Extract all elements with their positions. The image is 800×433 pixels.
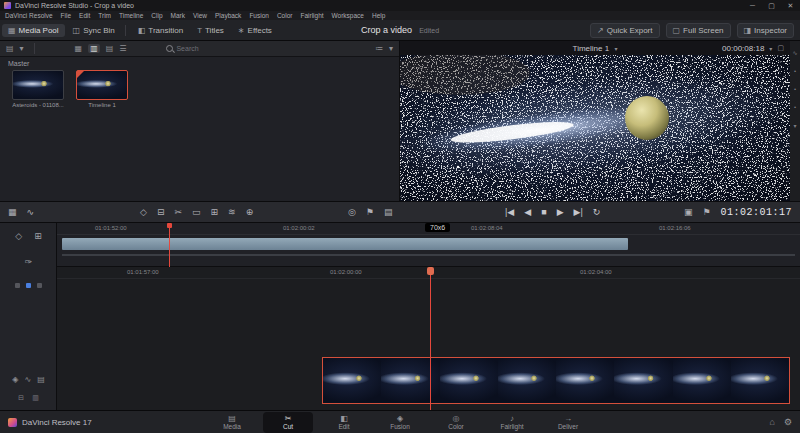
range-tool-icon[interactable]: ⊞: [34, 231, 42, 241]
divider: [125, 25, 126, 36]
tab-media[interactable]: ▤ Media: [207, 412, 257, 433]
effects-button[interactable]: ∗ Effects: [232, 24, 278, 37]
menu-item-file[interactable]: File: [61, 12, 71, 19]
search-box[interactable]: Search: [166, 45, 198, 52]
strip-dot-icon[interactable]: •: [794, 86, 796, 92]
project-manager-icon[interactable]: ⌂: [769, 417, 774, 427]
marker-icon[interactable]: ⚑: [366, 207, 374, 217]
audio-monitor-icon[interactable]: ∿: [792, 49, 797, 56]
timeline-playhead[interactable]: [430, 267, 431, 410]
resolve-logo-icon: [8, 418, 17, 427]
mute-icon[interactable]: ∿: [24, 375, 31, 384]
strip-view-icon[interactable]: ▤: [106, 44, 114, 53]
track-option-icon[interactable]: ▥: [32, 394, 39, 402]
tab-fairlight[interactable]: ♪ Fairlight: [487, 412, 537, 433]
menu-item-help[interactable]: Help: [372, 12, 385, 19]
bin-film-icon[interactable]: ▤: [6, 44, 14, 53]
media-pool-toggle-icon[interactable]: ▦: [8, 207, 17, 217]
menu-item-clip[interactable]: Clip: [151, 12, 162, 19]
media-clip-asteroids[interactable]: Asteroids - 01108...: [12, 70, 64, 108]
ripple-tool-icon[interactable]: ▭: [192, 207, 201, 217]
timeline-main[interactable]: 01:01:57:00 01:02:00:00 01:02:04:00: [57, 267, 800, 410]
track-color-swatch[interactable]: [37, 283, 42, 288]
select-tool-icon[interactable]: ◇: [140, 207, 147, 217]
strip-dot-icon[interactable]: •: [794, 104, 796, 110]
next-clip-icon[interactable]: ▶|: [574, 207, 583, 217]
tab-edit[interactable]: ◧ Edit: [319, 412, 369, 433]
fusion-page-icon: ◈: [397, 414, 403, 423]
lock-icon[interactable]: ◈: [12, 375, 18, 384]
sort-icon[interactable]: ≔: [375, 44, 383, 53]
step-back-icon[interactable]: ◀: [524, 207, 531, 217]
timeline-clip-selected[interactable]: [322, 357, 790, 404]
pointer-tool-icon[interactable]: ◇: [15, 231, 22, 241]
tab-fusion[interactable]: ◈ Fusion: [375, 412, 425, 433]
menu-item-view[interactable]: View: [193, 12, 207, 19]
menu-item-color[interactable]: Color: [277, 12, 293, 19]
menu-item-timeline[interactable]: Timeline: [119, 12, 143, 19]
tool-row-1: ◇ ⊞: [0, 231, 57, 241]
timeline-selector[interactable]: Timeline 1 ▾: [400, 44, 790, 53]
quick-export-button[interactable]: ↗ Quick Export: [590, 23, 660, 38]
transition-button[interactable]: ◧ Transition: [132, 24, 189, 37]
insert-tool-icon[interactable]: ⊕: [246, 207, 254, 217]
track-color-swatch-active[interactable]: [26, 283, 31, 288]
settings-gear-icon[interactable]: ⚙: [784, 417, 792, 427]
stop-icon[interactable]: ■: [541, 207, 546, 217]
inspector-button[interactable]: ◨ Inspector: [737, 23, 794, 38]
tab-color[interactable]: ◎ Color: [431, 412, 481, 433]
loop-icon[interactable]: ↻: [593, 207, 601, 217]
razor-tool-icon[interactable]: ✂: [174, 207, 182, 217]
camera-icon[interactable]: ▣: [684, 207, 693, 217]
track-view-icon[interactable]: ▤: [384, 207, 393, 217]
chevron-down-icon[interactable]: ▾: [20, 44, 24, 53]
menu-item-workspace[interactable]: Workspace: [332, 12, 364, 19]
clip-frame-thumbnail: [614, 358, 672, 403]
track-option-icon[interactable]: ⊟: [18, 394, 24, 402]
thumbnail-view-icon[interactable]: ▥: [88, 44, 100, 53]
monitor-icon[interactable]: ◎: [348, 207, 356, 217]
snap-tool-icon[interactable]: ⊞: [211, 207, 219, 217]
transport-left-group: ▦ ∿: [8, 202, 34, 222]
menu-item-trim[interactable]: Trim: [98, 12, 111, 19]
tab-cut[interactable]: ✂ Cut: [263, 412, 313, 433]
play-icon[interactable]: ▶: [557, 207, 564, 217]
strip-chevron-icon[interactable]: ▾: [793, 122, 796, 129]
menu-item-davinci-resolve[interactable]: DaVinci Resolve: [5, 12, 53, 19]
list-view-icon[interactable]: ☰: [119, 44, 126, 53]
tab-deliver[interactable]: → Deliver: [543, 412, 593, 433]
overview-playhead[interactable]: [169, 223, 170, 267]
ruler-timecode: 01:02:00:02: [283, 225, 315, 231]
pen-tool-icon[interactable]: ✑: [25, 257, 33, 267]
viewer-panel: Timeline 1 ▾ 00:00:08:18 ▾ ▢: [400, 41, 790, 201]
bin-label[interactable]: Master: [8, 60, 29, 67]
menu-item-playback[interactable]: Playback: [215, 12, 241, 19]
grid-view-icon[interactable]: ▦: [75, 44, 83, 53]
strip-dot-icon[interactable]: •: [794, 68, 796, 74]
wave-tool-icon[interactable]: ≋: [228, 207, 236, 217]
options-chevron-icon[interactable]: ▾: [389, 44, 393, 53]
menu-item-fairlight[interactable]: Fairlight: [300, 12, 323, 19]
overview-clip-bar[interactable]: [62, 238, 628, 250]
minimize-button[interactable]: ─: [743, 0, 762, 11]
sync-bin-button[interactable]: ◫ Sync Bin: [67, 24, 121, 37]
clip-grid: Asteroids - 01108... Timeline 1: [12, 70, 128, 108]
trim-tool-icon[interactable]: ⊟: [157, 207, 165, 217]
maximize-button[interactable]: ▢: [762, 0, 781, 11]
titles-button[interactable]: T Titles: [191, 24, 230, 37]
audio-trim-icon[interactable]: ∿: [27, 207, 35, 217]
menu-item-mark[interactable]: Mark: [171, 12, 185, 19]
video-track-icon[interactable]: ▤: [37, 375, 45, 384]
track-color-swatch[interactable]: [15, 283, 20, 288]
menu-item-edit[interactable]: Edit: [79, 12, 90, 19]
titlebar: DaVinci Resolve Studio - Crop a video ─ …: [0, 0, 800, 11]
previous-clip-icon[interactable]: |◀: [505, 207, 514, 217]
flag-icon[interactable]: ⚑: [702, 207, 710, 217]
menu-item-fusion[interactable]: Fusion: [249, 12, 269, 19]
media-pool-button[interactable]: ▦ Media Pool: [2, 24, 65, 37]
full-screen-button[interactable]: ▢ Full Screen: [666, 23, 731, 38]
search-label: Search: [176, 45, 198, 52]
timeline-overview[interactable]: 01:01:52:00 01:02:00:02 01:02:08:04 01:0…: [57, 223, 800, 267]
close-button[interactable]: ✕: [781, 0, 800, 11]
media-clip-timeline-1[interactable]: Timeline 1: [76, 70, 128, 108]
